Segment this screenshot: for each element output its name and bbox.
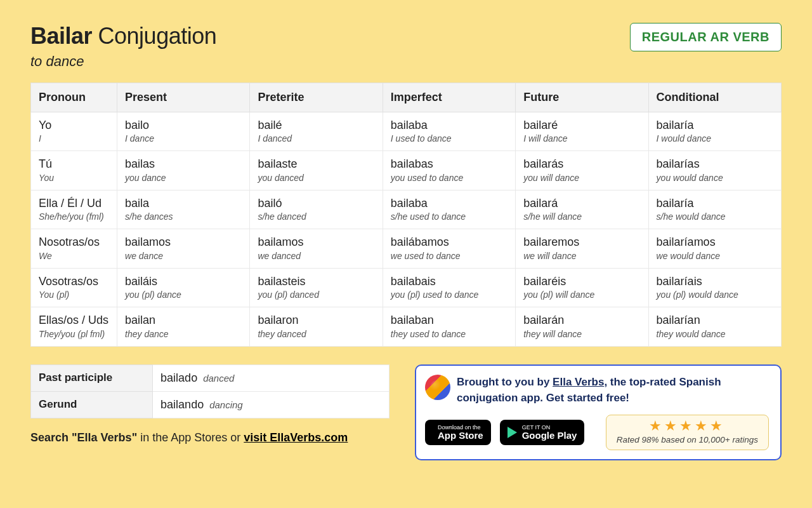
- conjugation-es: bailarán: [523, 312, 640, 328]
- conjugation-cell: bailasteisyou (pl) danced: [250, 268, 383, 307]
- conjugation-es: bailas: [125, 156, 242, 171]
- pronoun-es: Ella / Él / Ud: [39, 196, 109, 211]
- pronoun-es: Nosotras/os: [39, 234, 109, 250]
- gerund-es: bailando: [160, 398, 204, 411]
- conjugation-cell: bailabaisyou (pl) used to dance: [383, 268, 515, 307]
- pronoun-cell: Ellas/os / UdsThey/you (pl fml): [31, 307, 117, 346]
- conjugation-en: I will dance: [523, 133, 640, 144]
- conjugation-cell: bailéI danced: [250, 112, 383, 151]
- table-row: Nosotras/osWebailamoswe dancebailamoswe …: [31, 229, 782, 268]
- conjugation-es: baila: [125, 196, 242, 211]
- promo-prefix: Brought to you by: [457, 376, 553, 388]
- conjugation-en: you (pl) used to dance: [391, 289, 508, 300]
- conjugation-en: we dance: [125, 250, 242, 262]
- conjugation-es: bailaba: [391, 196, 508, 211]
- verb-name: Bailar: [30, 23, 92, 49]
- ellaverbs-link[interactable]: visit EllaVerbs.com: [244, 431, 348, 444]
- gerund-en: dancing: [209, 399, 243, 410]
- google-play-button[interactable]: GET IT ON Google Play: [500, 420, 585, 445]
- conjugation-es: bailaré: [523, 117, 640, 133]
- conjugation-cell: bailarásyou will dance: [516, 151, 648, 190]
- conjugation-en: you dance: [125, 172, 242, 184]
- conjugation-en: they will dance: [523, 328, 640, 340]
- conjugation-es: bailamos: [258, 234, 374, 250]
- rating-text: Rated 98% based on 10,000+ ratings: [617, 435, 758, 444]
- pronoun-cell: Nosotras/osWe: [31, 229, 117, 268]
- conjugation-es: bailaban: [391, 312, 508, 328]
- conjugation-en: you will dance: [523, 172, 640, 184]
- conjugation-es: bailaríais: [657, 274, 773, 289]
- conjugation-en: you would dance: [657, 172, 773, 184]
- conjugation-cell: bailarás/he will dance: [516, 190, 648, 229]
- conjugation-en: we will dance: [523, 250, 640, 262]
- conjugation-es: bailaría: [657, 196, 773, 211]
- app-store-button[interactable]: Download on the App Store: [425, 420, 491, 445]
- conjugation-es: bailasteis: [258, 274, 374, 289]
- conjugation-es: bailé: [258, 117, 374, 133]
- verb-type-badge: REGULAR AR VERB: [630, 23, 782, 51]
- conjugation-es: bailarían: [657, 312, 773, 328]
- conjugation-cell: bailabanthey used to dance: [383, 307, 515, 346]
- promo-link[interactable]: Ella Verbs: [553, 376, 604, 388]
- conjugation-es: bailarías: [657, 156, 773, 171]
- conjugation-es: bailaríamos: [657, 234, 773, 250]
- past-participle-label: Past participle: [31, 364, 153, 391]
- conjugation-cell: bailarías/he would dance: [648, 190, 781, 229]
- table-row: Ellas/os / UdsThey/you (pl fml)bailanthe…: [31, 307, 782, 346]
- conjugation-cell: bailós/he danced: [250, 190, 383, 229]
- appstore-bot: App Store: [438, 431, 483, 441]
- conjugation-cell: bailaríaisyou (pl) would dance: [648, 268, 781, 307]
- table-row: Vosotras/osYou (pl)bailáisyou (pl) dance…: [31, 268, 782, 307]
- conjugation-cell: bailaronthey danced: [250, 307, 383, 346]
- conjugation-table: PronounPresentPreteriteImperfectFutureCo…: [30, 83, 782, 347]
- table-header: Pronoun: [31, 83, 117, 112]
- past-participle-cell: bailado danced: [153, 364, 390, 391]
- conjugation-cell: bailaríanthey would dance: [648, 307, 781, 346]
- verb-meaning: to dance: [30, 53, 216, 70]
- conjugation-en: s/he used to dance: [391, 211, 508, 222]
- conjugation-en: they used to dance: [391, 328, 508, 340]
- conjugation-es: bailó: [258, 196, 374, 211]
- conjugation-en: s/he would dance: [657, 211, 773, 222]
- conjugation-en: s/he dances: [125, 211, 242, 222]
- pronoun-es: Yo: [39, 117, 109, 133]
- pronoun-cell: TúYou: [31, 151, 117, 190]
- conjugation-en: you (pl) danced: [258, 289, 374, 300]
- pronoun-es: Ellas/os / Uds: [39, 312, 109, 328]
- gerund-cell: bailando dancing: [153, 391, 390, 418]
- star-icons: ★★★★★: [617, 419, 758, 433]
- conjugation-cell: bailanthey dance: [117, 307, 250, 346]
- table-header: Preterite: [250, 83, 383, 112]
- conjugation-cell: bailas/he dances: [117, 190, 250, 229]
- conjugation-es: bailarás: [523, 156, 640, 171]
- page-title: Bailar Conjugation: [30, 23, 216, 50]
- conjugation-cell: bailaríamoswe would dance: [648, 229, 781, 268]
- table-header: Future: [516, 83, 648, 112]
- conjugation-es: bailaste: [258, 156, 374, 171]
- conjugation-en: we danced: [258, 250, 374, 262]
- conjugation-cell: bailaréI will dance: [516, 112, 648, 151]
- conjugation-es: bailamos: [125, 234, 242, 250]
- conjugation-cell: bailaremoswe will dance: [516, 229, 648, 268]
- pronoun-en: They/you (pl fml): [39, 328, 109, 340]
- pronoun-en: You: [39, 172, 109, 184]
- promo-box: Brought to you by Ella Verbs, the top-ra…: [415, 364, 782, 460]
- conjugation-en: they dance: [125, 328, 242, 340]
- conjugation-en: I dance: [125, 133, 242, 144]
- conjugation-cell: bailaríasyou would dance: [648, 151, 781, 190]
- conjugation-en: we would dance: [657, 250, 773, 262]
- conjugation-cell: bailabas/he used to dance: [383, 190, 515, 229]
- pronoun-cell: YoI: [31, 112, 117, 151]
- conjugation-cell: bailabasyou used to dance: [383, 151, 515, 190]
- table-header: Conditional: [648, 83, 781, 112]
- conjugation-cell: bailamoswe dance: [117, 229, 250, 268]
- conjugation-en: you (pl) would dance: [657, 289, 773, 300]
- conjugation-es: bailaréis: [523, 274, 640, 289]
- conjugation-es: bailo: [125, 117, 242, 133]
- conjugation-cell: bailoI dance: [117, 112, 250, 151]
- table-row: YoIbailoI dancebailéI dancedbailabaI use…: [31, 112, 782, 151]
- search-line: Search "Ella Verbs" in the App Stores or…: [30, 431, 390, 444]
- search-prefix: Search "Ella Verbs": [30, 431, 137, 444]
- conjugation-en: they would dance: [657, 328, 773, 340]
- conjugation-en: you danced: [258, 172, 374, 184]
